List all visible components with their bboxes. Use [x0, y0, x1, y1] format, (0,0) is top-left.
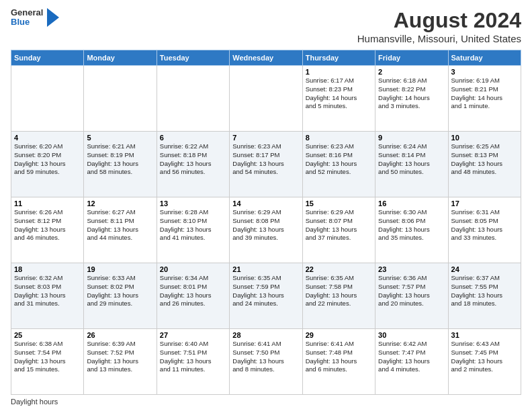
- day-number: 1: [306, 68, 372, 76]
- cell-0-0: [11, 66, 84, 132]
- cell-2-0: 11Sunrise: 6:26 AMSunset: 8:12 PMDayligh…: [11, 197, 84, 263]
- day-number: 5: [87, 134, 153, 142]
- cell-1-2: 6Sunrise: 6:22 AMSunset: 8:18 PMDaylight…: [157, 132, 229, 197]
- day-info: Sunrise: 6:23 AMSunset: 8:17 PMDaylight:…: [232, 142, 299, 177]
- day-info: Sunrise: 6:39 AMSunset: 7:52 PMDaylight:…: [87, 340, 153, 374]
- day-info: Sunrise: 6:41 AMSunset: 7:48 PMDaylight:…: [306, 340, 372, 374]
- cell-1-4: 8Sunrise: 6:23 AMSunset: 8:16 PMDaylight…: [302, 132, 375, 197]
- cell-4-6: 31Sunrise: 6:43 AMSunset: 7:45 PMDayligh…: [448, 329, 521, 395]
- week-row-1: 1Sunrise: 6:17 AMSunset: 8:23 PMDaylight…: [11, 66, 521, 132]
- cell-0-6: 3Sunrise: 6:19 AMSunset: 8:21 PMDaylight…: [448, 66, 521, 132]
- day-info: Sunrise: 6:33 AMSunset: 8:02 PMDaylight:…: [87, 274, 153, 308]
- cell-1-3: 7Sunrise: 6:23 AMSunset: 8:17 PMDaylight…: [230, 132, 302, 197]
- day-number: 22: [306, 265, 372, 273]
- cell-1-6: 10Sunrise: 6:25 AMSunset: 8:13 PMDayligh…: [448, 132, 521, 197]
- day-number: 26: [87, 331, 153, 339]
- day-number: 19: [87, 265, 153, 273]
- day-info: Sunrise: 6:29 AMSunset: 8:07 PMDaylight:…: [306, 208, 372, 242]
- day-number: 16: [378, 199, 445, 208]
- title-block: August 2024 Humansville, Missouri, Unite…: [357, 8, 521, 44]
- day-number: 11: [14, 199, 81, 208]
- header: General Blue August 2024 Humansville, Mi…: [11, 8, 521, 44]
- day-number: 15: [306, 199, 372, 208]
- day-number: 21: [232, 265, 299, 273]
- header-day-sunday: Sunday: [11, 50, 84, 66]
- cell-2-6: 17Sunrise: 6:31 AMSunset: 8:05 PMDayligh…: [448, 197, 521, 263]
- cell-2-4: 15Sunrise: 6:29 AMSunset: 8:07 PMDayligh…: [302, 197, 375, 263]
- day-info: Sunrise: 6:27 AMSunset: 8:11 PMDaylight:…: [87, 208, 153, 242]
- day-number: 29: [306, 331, 372, 339]
- cell-1-0: 4Sunrise: 6:20 AMSunset: 8:20 PMDaylight…: [11, 132, 84, 197]
- day-number: 30: [378, 331, 445, 339]
- header-day-tuesday: Tuesday: [157, 50, 229, 66]
- day-info: Sunrise: 6:19 AMSunset: 8:21 PMDaylight:…: [451, 77, 518, 111]
- day-info: Sunrise: 6:26 AMSunset: 8:12 PMDaylight:…: [14, 208, 81, 242]
- cell-0-3: [230, 66, 302, 132]
- header-day-saturday: Saturday: [448, 50, 521, 66]
- cell-2-3: 14Sunrise: 6:29 AMSunset: 8:08 PMDayligh…: [230, 197, 302, 263]
- day-info: Sunrise: 6:23 AMSunset: 8:16 PMDaylight:…: [306, 142, 372, 177]
- day-number: 13: [160, 199, 226, 208]
- week-row-2: 4Sunrise: 6:20 AMSunset: 8:20 PMDaylight…: [11, 132, 521, 197]
- daylight-hours-label: Daylight hours: [11, 398, 58, 406]
- cell-0-5: 2Sunrise: 6:18 AMSunset: 8:22 PMDaylight…: [375, 66, 448, 132]
- day-info: Sunrise: 6:30 AMSunset: 8:06 PMDaylight:…: [378, 208, 445, 242]
- logo-blue: Blue: [11, 17, 43, 27]
- logo-general: General: [11, 8, 43, 17]
- page-subtitle: Humansville, Missouri, United States: [357, 33, 521, 44]
- day-info: Sunrise: 6:34 AMSunset: 8:01 PMDaylight:…: [160, 274, 226, 308]
- calendar-table: SundayMondayTuesdayWednesdayThursdayFrid…: [11, 50, 521, 395]
- cell-0-4: 1Sunrise: 6:17 AMSunset: 8:23 PMDaylight…: [302, 66, 375, 132]
- day-info: Sunrise: 6:22 AMSunset: 8:18 PMDaylight:…: [160, 142, 226, 177]
- cell-2-5: 16Sunrise: 6:30 AMSunset: 8:06 PMDayligh…: [375, 197, 448, 263]
- day-number: 18: [14, 265, 81, 273]
- day-number: 3: [451, 68, 518, 76]
- cell-4-0: 25Sunrise: 6:38 AMSunset: 7:54 PMDayligh…: [11, 329, 84, 395]
- cell-4-1: 26Sunrise: 6:39 AMSunset: 7:52 PMDayligh…: [84, 329, 157, 395]
- cell-4-5: 30Sunrise: 6:42 AMSunset: 7:47 PMDayligh…: [375, 329, 448, 395]
- cell-3-2: 20Sunrise: 6:34 AMSunset: 8:01 PMDayligh…: [157, 263, 229, 329]
- day-info: Sunrise: 6:25 AMSunset: 8:13 PMDaylight:…: [451, 142, 518, 177]
- day-info: Sunrise: 6:24 AMSunset: 8:14 PMDaylight:…: [378, 142, 445, 177]
- day-number: 4: [14, 134, 81, 142]
- cell-0-1: [84, 66, 157, 132]
- day-number: 9: [378, 134, 445, 142]
- cell-2-2: 13Sunrise: 6:28 AMSunset: 8:10 PMDayligh…: [157, 197, 229, 263]
- page: General Blue August 2024 Humansville, Mi…: [0, 0, 532, 411]
- week-row-5: 25Sunrise: 6:38 AMSunset: 7:54 PMDayligh…: [11, 329, 521, 395]
- week-row-3: 11Sunrise: 6:26 AMSunset: 8:12 PMDayligh…: [11, 197, 521, 263]
- day-number: 8: [306, 134, 372, 142]
- day-info: Sunrise: 6:31 AMSunset: 8:05 PMDaylight:…: [451, 208, 518, 242]
- day-number: 10: [451, 134, 518, 142]
- cell-4-3: 28Sunrise: 6:41 AMSunset: 7:50 PMDayligh…: [230, 329, 302, 395]
- cell-1-1: 5Sunrise: 6:21 AMSunset: 8:19 PMDaylight…: [84, 132, 157, 197]
- day-number: 25: [14, 331, 81, 339]
- day-info: Sunrise: 6:41 AMSunset: 7:50 PMDaylight:…: [232, 340, 299, 374]
- logo-arrow-icon: [47, 8, 59, 27]
- cell-2-1: 12Sunrise: 6:27 AMSunset: 8:11 PMDayligh…: [84, 197, 157, 263]
- cell-3-1: 19Sunrise: 6:33 AMSunset: 8:02 PMDayligh…: [84, 263, 157, 329]
- header-day-thursday: Thursday: [302, 50, 375, 66]
- cell-3-3: 21Sunrise: 6:35 AMSunset: 7:59 PMDayligh…: [230, 263, 302, 329]
- day-number: 12: [87, 199, 153, 208]
- header-day-monday: Monday: [84, 50, 157, 66]
- day-number: 20: [160, 265, 226, 273]
- day-info: Sunrise: 6:18 AMSunset: 8:22 PMDaylight:…: [378, 77, 445, 111]
- day-number: 6: [160, 134, 226, 142]
- header-day-wednesday: Wednesday: [230, 50, 302, 66]
- day-info: Sunrise: 6:42 AMSunset: 7:47 PMDaylight:…: [378, 340, 445, 374]
- cell-3-4: 22Sunrise: 6:35 AMSunset: 7:58 PMDayligh…: [302, 263, 375, 329]
- day-number: 31: [451, 331, 518, 339]
- day-info: Sunrise: 6:35 AMSunset: 7:58 PMDaylight:…: [306, 274, 372, 308]
- day-info: Sunrise: 6:20 AMSunset: 8:20 PMDaylight:…: [14, 142, 81, 177]
- cell-3-5: 23Sunrise: 6:36 AMSunset: 7:57 PMDayligh…: [375, 263, 448, 329]
- day-info: Sunrise: 6:29 AMSunset: 8:08 PMDaylight:…: [232, 208, 299, 242]
- header-day-friday: Friday: [375, 50, 448, 66]
- day-number: 28: [232, 331, 299, 339]
- day-info: Sunrise: 6:28 AMSunset: 8:10 PMDaylight:…: [160, 208, 226, 242]
- day-info: Sunrise: 6:43 AMSunset: 7:45 PMDaylight:…: [451, 340, 518, 374]
- cell-1-5: 9Sunrise: 6:24 AMSunset: 8:14 PMDaylight…: [375, 132, 448, 197]
- day-info: Sunrise: 6:37 AMSunset: 7:55 PMDaylight:…: [451, 274, 518, 308]
- footer: Daylight hours: [11, 398, 521, 406]
- page-title: August 2024: [357, 8, 521, 33]
